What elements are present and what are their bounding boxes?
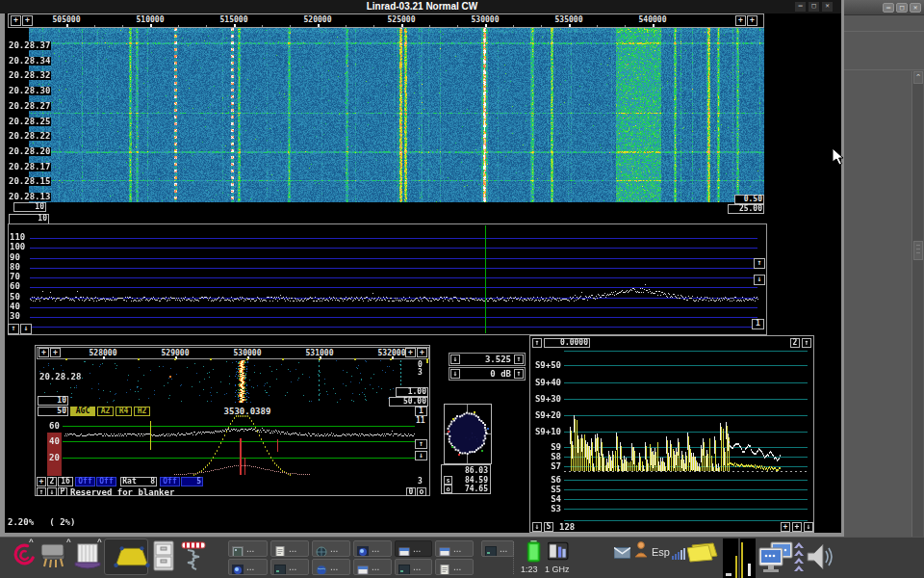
smeter-br3-button[interactable]: ↓ [804, 522, 813, 532]
minimize-icon[interactable]: – [883, 3, 894, 13]
smeter-graph-display[interactable] [531, 349, 813, 522]
blanker-status-text: Reserved for blanker [70, 488, 174, 497]
hires-scale-down-button[interactable]: ↓ [415, 451, 427, 460]
taskbar-window-button[interactable]: ... [395, 559, 432, 575]
blanker-ch-button[interactable]: 2 [47, 477, 57, 486]
launcher-press-icon[interactable] [71, 541, 104, 576]
maximize-icon[interactable]: □ [896, 3, 908, 13]
scale-up-button[interactable]: ↑ [754, 258, 765, 269]
taskbar-window-button[interactable]: ... [395, 540, 432, 557]
waterfall-time-label: 20.28.17 [8, 163, 51, 171]
scrollbar-thumb[interactable] [913, 241, 923, 260]
close-icon[interactable]: ✕ [910, 3, 921, 13]
waterfall-gain-box[interactable]: 0.50 [734, 195, 764, 204]
display-settings-icon[interactable] [757, 539, 794, 578]
launcher-spring-icon[interactable] [179, 539, 208, 576]
rat-box[interactable]: Rat 8 [120, 477, 157, 486]
main-waterfall-display[interactable] [29, 28, 764, 202]
spectrum-up-button[interactable]: ↑ [8, 324, 19, 334]
taskbar-window-button[interactable]: ... [435, 540, 474, 557]
hires-zero-box[interactable]: 50.00 [389, 397, 428, 407]
taskbar-window-button[interactable]: ... [435, 559, 474, 575]
bandwidth-down-button[interactable]: ↓ [450, 355, 460, 364]
background-window-titlebar[interactable]: – □ ✕ [844, 0, 924, 15]
taskbar-window-button[interactable]: ... [353, 559, 392, 575]
smeter-up-button[interactable]: ↑ [532, 338, 542, 348]
minimize-icon[interactable]: – [795, 2, 806, 12]
maximize-icon[interactable]: □ [808, 2, 819, 12]
taskbar-window-button[interactable]: ... [312, 540, 350, 557]
window-button-label: ... [453, 544, 461, 554]
smeter-down-button[interactable]: ↓ [532, 522, 542, 532]
titlebar[interactable]: Linrad-03.21 Normal CW – □ ✕ [0, 0, 844, 13]
taskbar-window-button[interactable]: ... [228, 540, 268, 557]
gain-up-button[interactable]: ↑ [514, 369, 524, 379]
hires-gain-box[interactable]: 1.00 [396, 387, 428, 397]
taskbar-window-button[interactable]: ... [228, 559, 268, 575]
zoom-in-button[interactable]: + [38, 348, 49, 357]
taskbar-window-button[interactable]: ... [353, 540, 392, 557]
minor-tick [178, 25, 179, 27]
hires-avg-box[interactable]: 10 [38, 396, 68, 406]
blanker-plus-button[interactable]: + [37, 477, 46, 486]
scroll-up-icon[interactable]: ^ [913, 71, 923, 84]
smeter-n2-button[interactable]: 2 [790, 338, 800, 348]
smeter-s-button[interactable]: S [544, 522, 553, 532]
blanker-fft-button[interactable]: 16 [58, 477, 73, 486]
blanker-o-button[interactable]: o [417, 487, 426, 496]
zoom-out-button[interactable]: + [417, 348, 427, 357]
launcher-cabinet-icon[interactable] [152, 539, 175, 576]
bandwidth-up-button[interactable]: ↑ [514, 355, 524, 364]
waterfall-time-label: 20.28.22 [8, 132, 51, 141]
tick-mark [653, 24, 654, 27]
blanker-off1-button[interactable]: Off [75, 477, 95, 486]
hires-scale-up-button[interactable]: ↑ [415, 439, 427, 449]
user-icon[interactable] [634, 541, 648, 562]
cpu-frequency-icon[interactable] [548, 540, 569, 565]
taskbar-window-button[interactable]: ... [481, 540, 514, 557]
smeter-value-box[interactable]: 0.0000 [544, 338, 590, 348]
close-icon[interactable]: ✕ [822, 2, 833, 12]
main-spectrum-display[interactable] [8, 223, 767, 335]
blanker-off2-button[interactable]: Off [96, 477, 116, 486]
hires-frequency-scale[interactable]: + + + + 528000529000530000531000532000 [37, 347, 429, 359]
taskbar-window-button[interactable]: ... [312, 559, 350, 575]
blanker-down-button[interactable]: ↓ [47, 487, 57, 496]
zoom-in-button[interactable]: + [22, 15, 33, 26]
zoom-out-button[interactable]: + [735, 15, 746, 26]
blanker-off3-button[interactable]: Off [160, 477, 180, 486]
blanker-0-button[interactable]: 0 [406, 487, 416, 496]
background-window[interactable]: – □ ✕ ^ [844, 0, 924, 537]
scrollbar[interactable]: ^ [911, 71, 923, 537]
smeter-br1-button[interactable]: + [781, 522, 790, 532]
smeter-br2-button[interactable]: + [792, 522, 802, 532]
blanker-value-box[interactable]: 5 [181, 477, 203, 486]
notes-icon[interactable] [687, 541, 718, 566]
waterfall-zero-box[interactable]: 25.00 [728, 204, 764, 214]
launcher-mesh-icon[interactable] [112, 544, 152, 573]
spectrum-right-box[interactable]: 1 [752, 319, 764, 329]
waterfall-avg-box[interactable]: 10 [13, 202, 46, 212]
hires-spectrum-display[interactable] [37, 411, 430, 477]
zoom-in-button[interactable]: + [11, 15, 21, 26]
mail-icon[interactable] [614, 544, 630, 563]
scale-down-button[interactable]: ↓ [754, 275, 765, 285]
blanker-p-button[interactable]: P [58, 487, 67, 496]
polarization-circle-display[interactable] [445, 405, 491, 463]
main-frequency-scale[interactable]: + + + + 50500051000051500052000052500053… [8, 13, 764, 28]
zoom-out-button[interactable]: + [747, 15, 757, 26]
taskbar-window-button[interactable]: ... [270, 559, 309, 575]
smeter-up2-button[interactable]: ↑ [802, 338, 811, 348]
taskbar-window-button[interactable]: ... [270, 540, 309, 557]
updates-chevrons-icon[interactable] [793, 541, 805, 578]
battery-icon[interactable] [526, 540, 541, 566]
blanker-up-button[interactable]: ↑ [37, 487, 46, 496]
hires-waterfall-display[interactable] [38, 360, 403, 403]
signal-bars-icon[interactable] [672, 545, 686, 564]
zoom-out-button[interactable]: + [405, 348, 416, 357]
spectrum-down-button[interactable]: ↓ [20, 324, 32, 334]
zoom-in-button[interactable]: + [50, 348, 61, 357]
keyboard-layout-indicator[interactable]: Esp [652, 546, 670, 558]
volume-icon[interactable] [806, 539, 836, 578]
gain-down-button[interactable]: ↓ [450, 369, 460, 379]
